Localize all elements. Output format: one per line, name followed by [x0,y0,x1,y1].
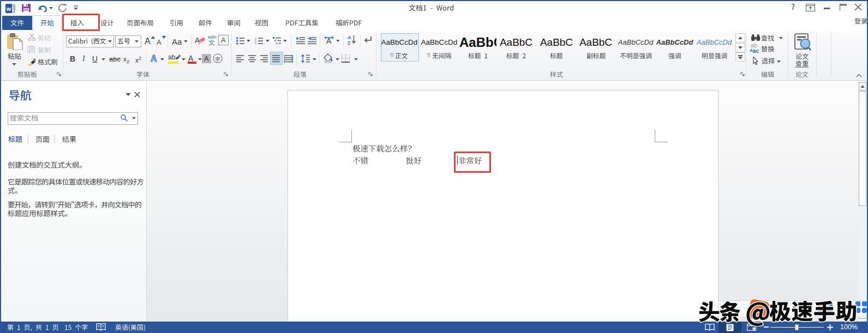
svg-text:3: 3 [255,43,256,45]
svg-text:A: A [348,35,351,40]
svg-text:Z: Z [348,40,351,45]
svg-text:W: W [7,7,11,12]
svg-text:A: A [151,54,157,63]
